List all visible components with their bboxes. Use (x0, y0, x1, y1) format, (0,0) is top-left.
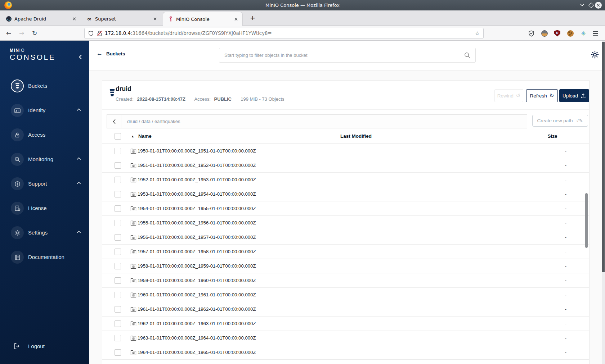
shield-icon[interactable] (88, 31, 94, 36)
row-checkbox[interactable] (115, 249, 121, 255)
chevron-up-icon[interactable] (76, 157, 81, 160)
bookmark-star-icon[interactable]: ☆ (475, 30, 480, 37)
object-name[interactable]: 1955-01-01T00:00:00.000Z_1956-01-01T00:0… (138, 216, 256, 230)
browser-tab-apache-druid[interactable]: Apache Druid (1, 12, 81, 26)
chevron-up-icon[interactable] (76, 230, 81, 234)
row-checkbox[interactable] (115, 220, 121, 226)
row-checkbox[interactable] (115, 234, 121, 241)
object-name[interactable]: 1956-01-01T00:00:00.000Z_1957-01-01T00:0… (138, 230, 256, 245)
sidebar-item-access[interactable]: Access (0, 128, 89, 141)
row-checkbox[interactable] (115, 306, 121, 313)
table-row[interactable]: 1962-01-01T00:00:00.000Z_1963-01-01T00:0… (102, 317, 589, 331)
url-bar[interactable]: 172.18.0.4:31664/buckets/druid/browse/ZG… (84, 28, 484, 39)
row-checkbox[interactable] (115, 191, 121, 197)
table-row[interactable]: 1955-01-01T00:00:00.000Z_1956-01-01T00:0… (102, 216, 589, 230)
table-row[interactable]: 1959-01-01T00:00:00.000Z_1960-01-01T00:0… (102, 273, 589, 288)
breadcrumb-back-icon[interactable] (107, 115, 121, 128)
object-name[interactable]: 1962-01-01T00:00:00.000Z_1963-01-01T00:0… (138, 317, 256, 331)
object-name[interactable]: 1953-01-01T00:00:00.000Z_1954-01-01T00:0… (138, 187, 256, 201)
table-scrollbar[interactable] (585, 193, 588, 248)
row-checkbox[interactable] (115, 292, 121, 298)
object-name[interactable]: 1957-01-01T00:00:00.000Z_1958-01-01T00:0… (138, 245, 256, 259)
cookie-icon[interactable] (566, 29, 574, 37)
object-name[interactable]: 1951-01-01T00:00:00.000Z_1952-01-01T00:0… (138, 158, 256, 173)
object-name[interactable]: 1964-01-01T00:00:00.000Z_1965-01-01T00:0… (138, 345, 256, 360)
collapse-sidebar-icon[interactable] (79, 54, 82, 60)
tab-close-icon[interactable] (71, 16, 77, 22)
browser-tab-minio-console[interactable]: MinIO Console (163, 12, 243, 26)
menu-icon[interactable] (592, 29, 599, 37)
gear-icon[interactable] (590, 50, 600, 59)
forward-icon[interactable]: → (17, 26, 27, 40)
page-scrollbar-thumb[interactable] (602, 42, 605, 272)
row-checkbox[interactable] (115, 162, 121, 169)
object-name[interactable]: 1958-01-01T00:00:00.000Z_1959-01-01T00:0… (138, 259, 256, 273)
object-name[interactable]: 1954-01-01T00:00:00.000Z_1955-01-01T00:0… (138, 201, 256, 216)
back-to-buckets[interactable]: ← Buckets (97, 50, 125, 57)
sidebar-item-documentation[interactable]: Documentation (0, 251, 89, 264)
access-value: PUBLIC (214, 96, 232, 102)
object-name[interactable]: 1960-01-01T00:00:00.000Z_1961-01-01T00:0… (138, 288, 256, 302)
table-row[interactable]: 1951-01-01T00:00:00.000Z_1952-01-01T00:0… (102, 158, 589, 173)
breadcrumb-path[interactable]: druid / data / earthquakes (127, 119, 180, 124)
refresh-button[interactable]: Refresh ↻ (526, 89, 558, 102)
row-checkbox[interactable] (115, 335, 121, 341)
object-name[interactable]: 1952-01-01T00:00:00.000Z_1953-01-01T00:0… (138, 173, 256, 187)
table-row[interactable]: 1956-01-01T00:00:00.000Z_1957-01-01T00:0… (102, 230, 589, 245)
table-row[interactable]: 1950-01-01T00:00:00.000Z_1951-01-01T00:0… (102, 144, 589, 158)
sort-asc-icon[interactable]: ▲ (131, 135, 134, 138)
row-checkbox[interactable] (115, 320, 121, 327)
ublock-icon[interactable]: U (554, 29, 561, 37)
row-checkbox[interactable] (115, 148, 121, 154)
object-name[interactable]: 1959-01-01T00:00:00.000Z_1960-01-01T00:0… (138, 273, 256, 288)
row-checkbox[interactable] (115, 349, 121, 356)
table-row[interactable]: 1963-01-01T00:00:00.000Z_1964-01-01T00:0… (102, 331, 589, 345)
object-name[interactable]: 1961-01-01T00:00:00.000Z_1962-01-01T00:0… (138, 302, 256, 317)
table-row[interactable]: 1964-01-01T00:00:00.000Z_1965-01-01T00:0… (102, 345, 589, 360)
chevron-up-icon[interactable] (76, 181, 81, 185)
sidebar-item-logout[interactable]: Logout (0, 340, 89, 353)
row-checkbox[interactable] (115, 263, 121, 269)
browser-tab-superset[interactable]: ∞Superset (82, 12, 161, 26)
sidebar-item-license[interactable]: License (0, 202, 89, 215)
sparkle-icon[interactable]: ✳ (579, 29, 587, 37)
page-scrollbar[interactable] (602, 41, 605, 364)
persona-icon[interactable] (541, 29, 548, 37)
table-row[interactable]: 1953-01-01T00:00:00.000Z_1954-01-01T00:0… (102, 187, 589, 201)
search-icon (464, 52, 470, 58)
row-checkbox[interactable] (115, 205, 121, 212)
object-name[interactable]: 1950-01-01T00:00:00.000Z_1951-01-01T00:0… (138, 144, 256, 158)
new-tab-icon[interactable]: + (248, 13, 257, 23)
folder-icon (130, 278, 136, 283)
reload-icon[interactable]: ↻ (30, 26, 40, 40)
rewind-button[interactable]: Rewind ↺ (494, 89, 523, 102)
table-row[interactable]: 1957-01-01T00:00:00.000Z_1958-01-01T00:0… (102, 245, 589, 259)
select-all-checkbox[interactable] (115, 133, 121, 140)
create-new-path-button[interactable]: Create new path :/✎ (532, 115, 588, 127)
row-checkbox[interactable] (115, 177, 121, 183)
table-row[interactable]: 1960-01-01T00:00:00.000Z_1961-01-01T00:0… (102, 288, 589, 302)
tab-close-icon[interactable] (152, 16, 158, 22)
chevron-up-icon[interactable] (76, 108, 81, 112)
url-text[interactable]: 172.18.0.4:31664/buckets/druid/browse/ZG… (105, 31, 272, 36)
table-row[interactable]: 1952-01-01T00:00:00.000Z_1953-01-01T00:0… (102, 173, 589, 187)
column-header-name[interactable]: Name (138, 129, 152, 144)
sidebar-item-identity[interactable]: Identity (0, 104, 89, 117)
shield-check-icon[interactable] (528, 29, 535, 37)
lock-broken-icon[interactable] (97, 31, 102, 36)
sidebar-item-monitoring[interactable]: Monitoring (0, 153, 89, 166)
row-checkbox[interactable] (115, 277, 121, 284)
table-row[interactable]: 1954-01-01T00:00:00.000Z_1955-01-01T00:0… (102, 201, 589, 216)
table-row[interactable]: 1958-01-01T00:00:00.000Z_1959-01-01T00:0… (102, 259, 589, 273)
chevron-down-icon[interactable] (580, 3, 584, 6)
sidebar-item-settings[interactable]: Settings (0, 226, 89, 239)
sidebar-item-buckets[interactable]: Buckets (0, 79, 89, 92)
search-input[interactable] (224, 53, 464, 58)
back-icon[interactable]: ← (4, 26, 14, 40)
table-row[interactable]: 1961-01-01T00:00:00.000Z_1962-01-01T00:0… (102, 302, 589, 317)
close-icon[interactable] (595, 2, 602, 9)
upload-button[interactable]: Upload (559, 89, 589, 102)
object-name[interactable]: 1963-01-01T00:00:00.000Z_1964-01-01T00:0… (138, 331, 256, 345)
tab-close-icon[interactable] (233, 16, 239, 22)
sidebar-item-support[interactable]: Support (0, 177, 89, 190)
